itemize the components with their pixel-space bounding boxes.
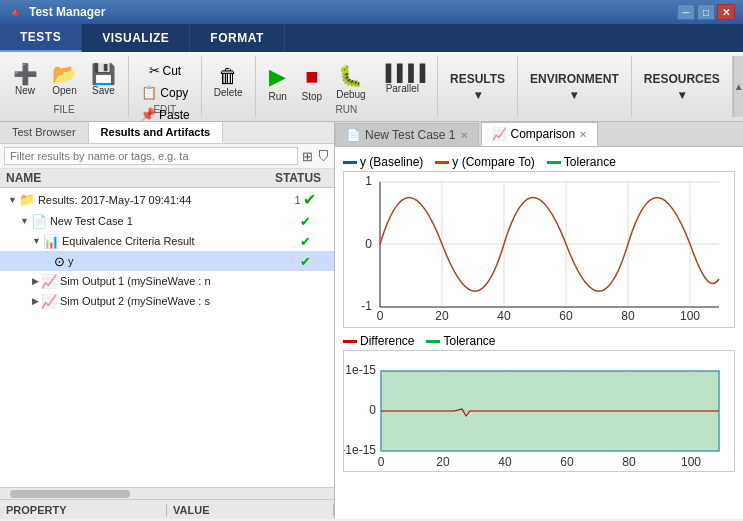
save-button[interactable]: 💾 Save xyxy=(85,60,122,100)
grid-icon[interactable]: ⊞ xyxy=(302,149,313,164)
horizontal-scrollbar[interactable] xyxy=(0,487,334,499)
legend-tolerance2-label: Tolerance xyxy=(443,334,495,348)
svg-text:60: 60 xyxy=(559,309,573,323)
copy-icon: 📋 xyxy=(141,85,157,100)
tree-item-results-root[interactable]: ▼ 📁 Results: 2017-May-17 09:41:44 1 ✔ xyxy=(0,188,334,211)
stop-label: Stop xyxy=(302,91,323,102)
svg-text:0: 0 xyxy=(377,309,384,323)
doc-tabs: 📄 New Test Case 1 ✕ 📈 Comparison ✕ xyxy=(335,122,743,147)
toolbar-collapse[interactable]: ▲ xyxy=(733,56,743,117)
maximize-button[interactable]: □ xyxy=(697,4,715,20)
toolbar-right: RESULTS ▾ ENVIRONMENT ▾ RESOURCES ▾ xyxy=(438,56,733,117)
tab-format[interactable]: FORMAT xyxy=(190,24,284,52)
chart2-legend: Difference Tolerance xyxy=(343,334,735,348)
scrollbar-thumb[interactable] xyxy=(10,490,130,498)
tab-visualize[interactable]: VISUALIZE xyxy=(82,24,190,52)
y-label: y xyxy=(68,255,280,267)
parallel-label: Parallel xyxy=(386,83,419,94)
tab-test-browser[interactable]: Test Browser xyxy=(0,122,89,143)
radio-icon: ⊙ xyxy=(54,254,65,269)
cut-button[interactable]: ✂ Cut xyxy=(135,60,195,81)
comparison-tab-close[interactable]: ✕ xyxy=(579,129,587,140)
cut-label: Cut xyxy=(163,64,182,78)
legend-tolerance1: Tolerance xyxy=(547,155,616,169)
toolbar-run-group: ▶ Run ■ Stop 🐛 Debug ▐▐▐▐ Parallel RUN xyxy=(256,56,438,117)
arrow-equivalence[interactable]: ▼ xyxy=(32,236,41,246)
debug-button[interactable]: 🐛 Debug xyxy=(330,60,371,104)
chart-area: y (Baseline) y (Compare To) Tolerance xyxy=(335,147,743,519)
toolbar-edit-group: ✂ Cut 📋 Copy 📌 Paste EDIT xyxy=(129,56,202,117)
legend-tolerance2: Tolerance xyxy=(426,334,495,348)
y-status: ✔ xyxy=(280,254,330,269)
chart1-svg: 1 0 -1 0 20 40 60 80 100 xyxy=(344,172,724,327)
chart2-container: Difference Tolerance xyxy=(343,334,735,472)
parallel-button[interactable]: ▐▐▐▐ Parallel xyxy=(374,60,431,98)
svg-text:-1e-15: -1e-15 xyxy=(344,443,376,457)
legend-difference: Difference xyxy=(343,334,414,348)
close-button[interactable]: ✕ xyxy=(717,4,735,20)
sim-output-1-label: Sim Output 1 (mySineWave : n xyxy=(60,275,330,287)
tree-item-sim-output-2[interactable]: ▶ 📈 Sim Output 2 (mySineWave : s xyxy=(0,291,334,311)
equivalence-label: Equivalence Criteria Result xyxy=(62,235,280,247)
filter-icon[interactable]: ⛉ xyxy=(317,149,330,164)
tab-results-artifacts[interactable]: Results and Artifacts xyxy=(89,122,224,143)
svg-text:40: 40 xyxy=(498,455,512,469)
svg-text:60: 60 xyxy=(560,455,574,469)
arrow-results-root[interactable]: ▼ xyxy=(8,195,17,205)
legend-compare: y (Compare To) xyxy=(435,155,534,169)
arrow-sim-2[interactable]: ▶ xyxy=(32,296,39,306)
legend-compare-color xyxy=(435,161,449,164)
tree-item-equivalence[interactable]: ▼ 📊 Equivalence Criteria Result ✔ xyxy=(0,231,334,251)
resources-button[interactable]: RESOURCES ▾ xyxy=(632,56,733,117)
tree-area[interactable]: ▼ 📁 Results: 2017-May-17 09:41:44 1 ✔ ▼ … xyxy=(0,188,334,487)
save-icon: 💾 xyxy=(91,64,116,84)
new-button[interactable]: ➕ New xyxy=(6,60,44,100)
right-panel: 📄 New Test Case 1 ✕ 📈 Comparison ✕ y (Ba… xyxy=(335,122,743,519)
app-icon: 🔺 xyxy=(8,5,23,19)
parallel-icon: ▐▐▐▐ xyxy=(380,64,425,82)
equivalence-icon: 📊 xyxy=(43,234,59,249)
svg-text:0: 0 xyxy=(378,455,385,469)
environment-button[interactable]: ENVIRONMENT ▾ xyxy=(518,56,632,117)
legend-tolerance2-color xyxy=(426,340,440,343)
open-button[interactable]: 📂 Open xyxy=(46,60,83,100)
new-test-case-label: New Test Case 1 xyxy=(50,215,280,227)
chart1: 1 0 -1 0 20 40 60 80 100 xyxy=(343,171,735,328)
run-button[interactable]: ▶ Run xyxy=(262,60,294,106)
delete-button[interactable]: 🗑 Delete xyxy=(208,62,249,102)
panel-tabs: Test Browser Results and Artifacts xyxy=(0,122,334,144)
debug-label: Debug xyxy=(336,89,365,100)
tree-header: NAME STATUS xyxy=(0,169,334,188)
new-test-case-tab-close[interactable]: ✕ xyxy=(460,130,468,141)
environment-label: ENVIRONMENT xyxy=(530,72,619,86)
doc-tab-new-test-case[interactable]: 📄 New Test Case 1 ✕ xyxy=(335,123,479,146)
new-test-case-tab-label: New Test Case 1 xyxy=(365,128,456,142)
cut-icon: ✂ xyxy=(149,63,160,78)
minimize-button[interactable]: ─ xyxy=(677,4,695,20)
results-arrow: ▾ xyxy=(475,88,481,102)
results-root-label: Results: 2017-May-17 09:41:44 xyxy=(38,194,280,206)
toolbar-file-group: ➕ New 📂 Open 💾 Save FILE xyxy=(0,56,129,117)
svg-text:20: 20 xyxy=(435,309,449,323)
legend-baseline: y (Baseline) xyxy=(343,155,423,169)
tab-tests[interactable]: TESTS xyxy=(0,24,82,52)
legend-baseline-label: y (Baseline) xyxy=(360,155,423,169)
testcase-icon: 📄 xyxy=(31,214,47,229)
svg-text:40: 40 xyxy=(497,309,511,323)
window-controls: ─ □ ✕ xyxy=(677,4,735,20)
comparison-tab-label: Comparison xyxy=(511,127,576,141)
stop-button[interactable]: ■ Stop xyxy=(296,60,329,106)
toolbar-delete-group: 🗑 Delete xyxy=(202,56,256,117)
chart1-container: y (Baseline) y (Compare To) Tolerance xyxy=(343,155,735,328)
tree-item-new-test-case[interactable]: ▼ 📄 New Test Case 1 ✔ xyxy=(0,211,334,231)
tree-header-status: STATUS xyxy=(268,171,328,185)
tree-item-sim-output-1[interactable]: ▶ 📈 Sim Output 1 (mySineWave : n xyxy=(0,271,334,291)
copy-button[interactable]: 📋 Copy xyxy=(135,82,195,103)
arrow-sim-1[interactable]: ▶ xyxy=(32,276,39,286)
doc-tab-comparison[interactable]: 📈 Comparison ✕ xyxy=(481,122,599,146)
filter-input[interactable] xyxy=(4,147,298,165)
arrow-new-test-case[interactable]: ▼ xyxy=(20,216,29,226)
results-button[interactable]: RESULTS ▾ xyxy=(438,56,518,117)
open-icon: 📂 xyxy=(52,64,77,84)
tree-item-y[interactable]: ⊙ y ✔ xyxy=(0,251,334,271)
